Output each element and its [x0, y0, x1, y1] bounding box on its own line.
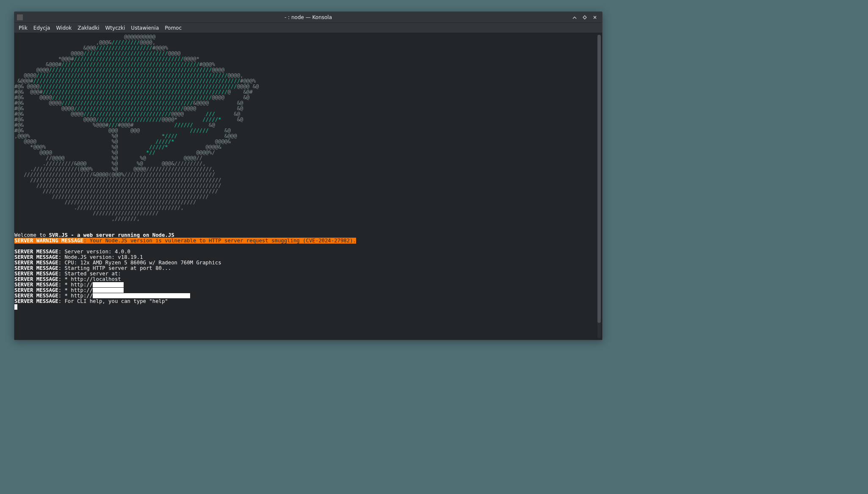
server-message-label: SERVER MESSAGE	[14, 249, 58, 255]
ascii-art-line: /////////////////////	[14, 210, 159, 216]
ascii-art-line: @@@@ %@	[14, 150, 118, 155]
ascii-art-line: @@@@	[212, 67, 224, 73]
server-message-label: SERVER MESSAGE	[14, 276, 58, 282]
ascii-art-line: ////////////////////////////////////////…	[14, 188, 218, 194]
ascii-art-line: @@@@	[168, 50, 181, 56]
scrollbar[interactable]	[597, 35, 601, 338]
server-message-text: : For CLI help, you can type "help"	[58, 298, 168, 304]
menu-wtyczki[interactable]: Wtyczki	[105, 25, 125, 31]
ascii-art-line: /////////////////////	[96, 117, 162, 122]
terminal-window: - : node — Konsola Plik Edycja Widok Zak…	[14, 11, 603, 340]
ascii-art-line: ////////////////////////////////////////…	[36, 72, 228, 78]
server-message-label: SERVER MESSAGE	[14, 298, 58, 304]
ascii-art-line: ////////////////////////////////////////…	[61, 100, 193, 106]
ascii-art-line: @@@@,	[140, 39, 155, 45]
ascii-art-line: ////////////////////////////////////////…	[49, 67, 212, 73]
server-warning-label: SERVER WARNING MESSAGE	[14, 238, 83, 244]
ascii-art-line: @ &@#	[227, 89, 252, 95]
terminal-area: @@@@@@@@@@ ,@@@&/////////@@@@, &@@@/////…	[14, 33, 602, 340]
ascii-art-line: /////*	[118, 144, 168, 150]
ascii-art-line: @@@@ &@	[237, 83, 259, 89]
minimize-button[interactable]	[572, 14, 578, 20]
ascii-art-line: &@	[221, 117, 243, 122]
ascii-art-line: #@& @@@@	[14, 111, 83, 117]
ascii-art-line: @@@@@@@@@@	[14, 34, 155, 40]
server-message-label: SERVER MESSAGE	[14, 265, 58, 271]
menu-ustawienia[interactable]: Ustawienia	[131, 25, 159, 31]
ascii-art-line: ///////////////////////////////////	[74, 105, 184, 111]
ascii-art-line: ////////////////////////////////////////…	[14, 177, 221, 183]
maximize-button[interactable]	[582, 14, 588, 20]
menu-zakladki[interactable]: Zakładki	[77, 25, 99, 31]
ascii-art-line: @@@@*	[184, 56, 199, 62]
ascii-art-line: #@& @@@@	[14, 105, 74, 111]
ascii-art-line: &@	[209, 128, 231, 133]
ascii-art-line: ////////////////////////////////////////…	[43, 89, 228, 95]
ascii-art-line: ////////////////////////////////////////…	[52, 94, 212, 100]
close-button[interactable]	[592, 14, 598, 20]
menu-widok[interactable]: Widok	[56, 25, 72, 31]
ascii-art-line: //////	[140, 128, 209, 133]
ascii-art-line: &@	[193, 122, 215, 128]
konsole-icon	[17, 14, 23, 20]
redacted-ip	[93, 288, 124, 293]
ascii-art-line: .//////////////(@@@% %@ @@@@////////////…	[14, 166, 215, 172]
ascii-art-line: @@@@	[171, 111, 184, 117]
ascii-art-line: @@@@*	[162, 117, 177, 122]
server-warning-text: : Your Node.JS version is vulnerable to …	[83, 238, 356, 244]
server-message-label: SERVER MESSAGE	[14, 271, 58, 277]
ascii-art-line: @@@@,	[227, 72, 243, 78]
redacted-ip	[93, 293, 190, 298]
server-message-text: : Node.JS version: v18.19.1	[58, 254, 143, 260]
welcome-appname: SVR.JS - a web server running on Node.JS	[49, 232, 174, 238]
terminal-output[interactable]: @@@@@@@@@@ ,@@@&/////////@@@@, &@@@/////…	[14, 33, 596, 340]
redacted-ip	[93, 282, 124, 287]
ascii-art-line: @@@@ &@	[212, 94, 249, 100]
window-title: - : node — Konsola	[14, 14, 602, 20]
server-message-label: SERVER MESSAGE	[14, 293, 58, 299]
ascii-art-line: *@@@% %@	[14, 144, 118, 150]
ascii-art-line: *@@@#	[14, 56, 74, 62]
ascii-art-line: //////////////////	[96, 45, 152, 51]
titlebar[interactable]: - : node — Konsola	[14, 12, 602, 23]
ascii-art-line: ////////////////////////////////////////…	[61, 61, 199, 67]
server-message-label: SERVER MESSAGE	[14, 287, 58, 293]
ascii-art-line: ./////////&@@@ %@ %@ @@@&/////////,	[14, 161, 206, 167]
menu-plik[interactable]: Plik	[19, 25, 28, 31]
ascii-art-line: #@& @@@#	[14, 89, 43, 95]
scrollbar-thumb[interactable]	[597, 35, 601, 323]
menu-pomoc[interactable]: Pomoc	[165, 25, 182, 31]
ascii-art-line: @@@@%/	[155, 150, 215, 155]
server-message-text: : * http://	[58, 282, 93, 288]
ascii-art-line: @@@@	[14, 50, 83, 56]
ascii-art-line: *////	[118, 133, 177, 139]
ascii-art-line: *//	[118, 150, 155, 155]
ascii-art-line: ///////////////////////////////////	[74, 56, 184, 62]
ascii-art-line: ////////////////////////////////////////…	[14, 194, 209, 200]
ascii-art-line: //@@@@ %@ %@ @@@@//	[14, 155, 202, 161]
ascii-art-line: #@& @@@@	[14, 94, 52, 100]
ascii-art-line: #@& %@@@#	[14, 122, 108, 128]
ascii-art-line: @@@@ %@	[14, 139, 118, 144]
ascii-art-line: ,@@@% %@	[14, 133, 118, 139]
ascii-art-line: ////////////////////////////////////////…	[14, 199, 196, 205]
ascii-art-line: ////////////////////////////////////////…	[33, 78, 240, 84]
ascii-art-line: ./////////////////////////////////,	[14, 205, 184, 211]
server-message-text: : CPU: 12x AMD Ryzen 5 8600G w/ Radeon 7…	[58, 260, 221, 266]
server-message-text: : * http://	[58, 293, 93, 299]
menubar: Plik Edycja Widok Zakładki Wtyczki Ustaw…	[14, 23, 602, 33]
menu-edycja[interactable]: Edycja	[33, 25, 50, 31]
ascii-art-line: &@@@#	[14, 78, 33, 84]
ascii-art-line: #@@@%	[152, 45, 168, 51]
ascii-art-line: ////////////////////////////////////////…	[14, 183, 221, 189]
ascii-art-line: #@& @@@@	[14, 100, 61, 106]
ascii-art-line: //////////////////////&@@@@(@@@%////////…	[14, 172, 215, 178]
terminal-cursor	[14, 304, 17, 310]
ascii-art-line: /////////	[112, 39, 140, 45]
ascii-art-line: @@@@&	[168, 144, 221, 150]
welcome-text: Welcome to	[14, 232, 49, 238]
ascii-art-line: #@& @@@@	[14, 117, 96, 122]
ascii-art-line: /////*	[177, 117, 221, 122]
ascii-art-line: ,@@@&	[14, 39, 112, 45]
ascii-art-line: &@	[215, 111, 240, 117]
